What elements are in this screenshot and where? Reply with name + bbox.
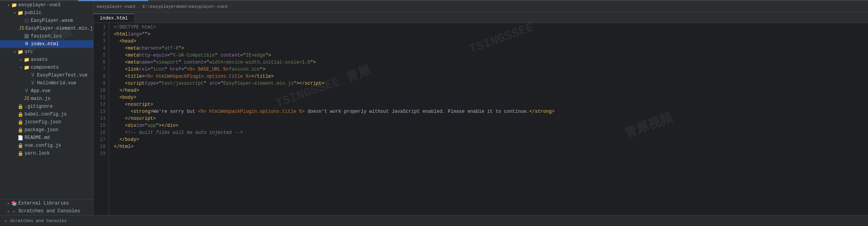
code-line-10: </head> <box>114 87 868 94</box>
code-line-9: <script type="text/javascript" src="Easy… <box>114 80 868 87</box>
tree-label-extlibs: External Libraries <box>18 201 69 206</box>
tree-item-babelconfig[interactable]: 🔒 babel.config.js <box>0 110 93 118</box>
tree-item-components[interactable]: 📁 components <box>0 64 93 71</box>
js-icon: JS <box>19 26 24 31</box>
tree-item-root[interactable]: 📁 easyplayer-vue3 <box>0 1 93 9</box>
tree-label-readme: README.md <box>25 135 50 141</box>
md-icon: 📄 <box>17 135 23 141</box>
tree-label-jsconfig: jsconfig.json <box>25 119 61 125</box>
tree-label-public: public <box>25 10 41 16</box>
tree-label-easyjs: EasyPlayer-element.min.js <box>25 26 94 31</box>
code-line-17: </body> <box>114 136 868 143</box>
lib-icon: 📚 <box>11 201 17 206</box>
folder-arrow-comp <box>19 66 23 70</box>
folder-icon-comp: 📁 <box>23 65 30 71</box>
code-area: 1 2 3 4 5 6 7 8 9 10 11 12 13 14 15 16 1… <box>94 23 868 215</box>
tree-item-gitignore[interactable]: 🔒 .gitignore <box>0 103 93 110</box>
breadcrumb-path: E:\easyplayerdemo\easyplayer-vue3 <box>143 4 228 9</box>
top-breadcrumb: easyplayer-vue3 › E:\easyplayerdemo\easy… <box>94 1 868 12</box>
tree-label-assets: assets <box>31 57 48 62</box>
code-line-13: <strong>We're sorry but <%= htmlWebpackP… <box>114 108 868 115</box>
tree-label-src: src <box>25 49 33 55</box>
js-icon-vueconfig: 🔒 <box>17 143 23 149</box>
tree-item-favicon[interactable]: 🖼 favicon.ico <box>0 32 93 40</box>
tree-item-assets[interactable]: 📁 assets <box>0 56 93 64</box>
tree-label-favicon: favicon.ico <box>31 34 62 39</box>
html-icon: H <box>23 41 30 47</box>
tree-label-root: easyplayer-vue3 <box>18 2 60 8</box>
tree-label-yarnlock: yarn.lock <box>25 151 50 156</box>
scratches-label: Scratches and Consoles <box>10 219 67 223</box>
project-tree: 📁 easyplayer-vue3 📁 public ⬡ EasyPlayer.… <box>0 1 94 215</box>
code-line-3: <head> <box>114 38 868 45</box>
tree-item-mainjs[interactable]: JS main.js <box>0 95 93 103</box>
tree-item-easywasm[interactable]: ⬡ EasyPlayer.wasm <box>0 17 93 25</box>
code-line-15: <div id="app"></div> <box>114 122 868 129</box>
breadcrumb-project: easyplayer-vue3 <box>97 4 135 9</box>
breadcrumb-sep: › <box>138 4 140 9</box>
folder-arrow-extlibs <box>6 201 11 206</box>
code-line-16: <!-- built files will be auto injected -… <box>114 129 868 136</box>
tree-item-readme[interactable]: 📄 README.md <box>0 134 93 142</box>
ico-icon: 🖼 <box>23 34 30 39</box>
top-scrollbar[interactable] <box>0 0 868 1</box>
tree-label-packagejson: package.json <box>25 127 58 133</box>
code-line-18: </html> <box>114 143 868 150</box>
folder-icon-src: 📁 <box>17 49 23 55</box>
tree-item-easyplayertest[interactable]: V EasyPlayerTest.vue <box>0 71 93 79</box>
tree-item-public[interactable]: 📁 public <box>0 9 93 17</box>
tree-label-vueconfig: vue.config.js <box>25 143 61 148</box>
tree-label-components: components <box>31 65 59 70</box>
tree-item-src[interactable]: 📁 src <box>0 48 93 56</box>
tree-label-appvue: App.vue <box>31 88 50 94</box>
code-editor-content[interactable]: <!DOCTYPE html> <html lang=""> <head> <m… <box>109 23 868 215</box>
lock-icon: 🔒 <box>17 151 23 157</box>
folder-arrow-public <box>12 11 17 15</box>
json-icon-1: 🔒 <box>17 119 23 125</box>
code-line-4: <meta charset="utf-8"> <box>114 45 868 52</box>
tree-label-gitignore: .gitignore <box>25 104 53 109</box>
code-line-2: <html lang=""> <box>114 31 868 38</box>
code-line-19 <box>114 150 868 157</box>
folder-icon-assets: 📁 <box>23 57 30 63</box>
tree-item-jsconfig[interactable]: 🔒 jsconfig.json <box>0 118 93 126</box>
tree-label-easyplayertest: EasyPlayerTest.vue <box>37 73 88 78</box>
code-line-6: <meta name="viewport" content="width=dev… <box>114 59 868 66</box>
vue-icon-1: V <box>30 73 36 78</box>
tree-item-extlibs[interactable]: 📚 External Libraries <box>0 199 93 207</box>
scrollbar-thumb[interactable] <box>78 0 148 1</box>
tree-label-scratches: Scratches and Consoles <box>18 208 80 214</box>
tree-label-mainjs: main.js <box>31 96 50 101</box>
tree-item-packagejson[interactable]: 🔒 package.json <box>0 126 93 134</box>
code-line-8: <title><%= htmlWebpackPlugin.options.tit… <box>114 73 868 80</box>
tree-label-babelconfig: babel.config.js <box>25 112 67 117</box>
tree-item-appvue[interactable]: V App.vue <box>0 87 93 95</box>
tree-item-yarnlock[interactable]: 🔒 yarn.lock <box>0 149 93 157</box>
js-icon-main: JS <box>23 96 30 101</box>
js-icon-babel: 🔒 <box>17 112 23 117</box>
tab-indexhtml[interactable]: index.html <box>94 14 134 23</box>
editor-area: easyplayer-vue3 › E:\easyplayerdemo\easy… <box>94 1 868 215</box>
code-line-5: <meta http-equiv="X-UA-Compatible" conte… <box>114 52 868 59</box>
tree-item-scratches[interactable]: ✏️ Scratches and Consoles <box>0 207 93 215</box>
folder-arrow-assets <box>19 58 23 62</box>
tree-label-helloworld: HelloWorld.vue <box>37 80 76 86</box>
tree-item-easyjs[interactable]: JS EasyPlayer-element.min.js <box>0 25 93 32</box>
folder-arrow <box>6 3 11 7</box>
bottom-bar: ✏️ Scratches and Consoles <box>0 215 868 226</box>
tree-label-indexhtml: index.html <box>31 41 59 47</box>
scratches-icon: ✏️ <box>3 218 9 224</box>
line-numbers: 1 2 3 4 5 6 7 8 9 10 11 12 13 14 15 16 1… <box>94 23 109 215</box>
tree-item-vueconfig[interactable]: 🔒 vue.config.js <box>0 142 93 149</box>
json-icon-2: 🔒 <box>17 127 23 133</box>
folder-icon-public: 📁 <box>17 10 23 16</box>
git-icon: 🔒 <box>17 104 23 110</box>
wasm-icon: ⬡ <box>23 18 30 24</box>
vue-icon-2: V <box>30 80 36 86</box>
bottom-scratches[interactable]: ✏️ Scratches and Consoles <box>3 218 67 224</box>
code-line-14: </noscript> <box>114 115 868 122</box>
tree-item-helloworld[interactable]: V HelloWorld.vue <box>0 79 93 87</box>
red-arrow-indicator: ← <box>47 39 51 48</box>
tree-item-indexhtml[interactable]: H index.html ← <box>0 40 93 48</box>
code-line-12: <noscript> <box>114 101 868 108</box>
